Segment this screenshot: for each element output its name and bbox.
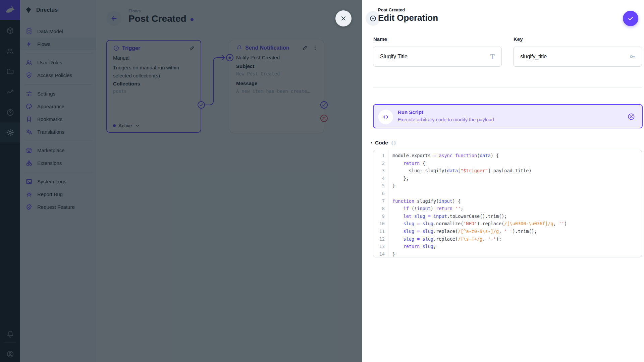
remove-operation-type-button[interactable]	[627, 113, 635, 121]
line-number: 10	[373, 220, 388, 228]
line-number: 8	[373, 205, 388, 213]
edit-operation-drawer: Post Created Edit Operation Name T Key	[362, 0, 644, 362]
drawer-title: Edit Operation	[378, 13, 438, 23]
code-line: module.exports = async function(data) {	[392, 152, 642, 160]
code-field-header: Code {}	[371, 140, 396, 146]
save-button[interactable]	[623, 11, 638, 26]
edited-dot	[371, 142, 372, 143]
circle-bolt-icon	[369, 15, 377, 22]
check-icon	[627, 15, 634, 22]
banner-subtitle: Execute arbitrary code to modify the pay…	[398, 117, 494, 122]
code-content: module.exports = async function(data) { …	[388, 150, 642, 257]
code-brackets-icon	[378, 110, 393, 124]
line-number: 13	[373, 243, 388, 250]
key-input[interactable]	[513, 47, 642, 67]
code-gutter: 1234567891011121314	[373, 150, 388, 257]
close-drawer-button[interactable]	[335, 10, 352, 26]
line-number: 4	[373, 175, 388, 182]
code-line: function slugify(input) {	[392, 197, 642, 205]
name-field-label: Name	[373, 36, 387, 42]
code-line: slug: slugify(data["$trigger"].payload.t…	[392, 167, 642, 175]
code-editor[interactable]: 1234567891011121314 module.exports = asy…	[373, 150, 642, 257]
run-script-banner: Run Script Execute arbitrary code to mod…	[373, 104, 643, 128]
name-field: Name T	[373, 47, 502, 67]
line-number: 6	[373, 190, 388, 197]
line-number: 5	[373, 182, 388, 190]
directus-app: Directus Data ModelFlowsUser RolesAccess…	[0, 0, 644, 362]
line-number: 14	[373, 250, 388, 257]
line-number: 3	[373, 167, 388, 175]
key-field-label: Key	[514, 36, 523, 42]
title-icon: T	[488, 53, 496, 61]
line-number: 9	[373, 213, 388, 220]
drawer-breadcrumb: Post Created	[378, 7, 405, 12]
modal-overlay[interactable]	[0, 0, 362, 362]
code-line: };	[392, 175, 642, 182]
code-line: return {	[392, 160, 642, 167]
line-number: 2	[373, 160, 388, 167]
braces-icon: {}	[391, 140, 396, 145]
line-number: 7	[373, 197, 388, 205]
banner-title: Run Script	[398, 109, 423, 115]
code-line	[392, 190, 642, 197]
close-icon	[340, 15, 347, 22]
code-line: return slug;	[392, 243, 642, 250]
code-line: }	[392, 182, 642, 190]
code-line: if (!input) return '';	[392, 205, 642, 213]
key-icon	[629, 53, 637, 61]
code-line: slug = slug.normalize('NFD').replace(/[\…	[392, 220, 642, 228]
code-line: slug = slug.replace(/[^a-z0-9\s-]/g, ' '…	[392, 228, 642, 235]
code-line: slug = slug.replace(/[\s-]+/g, '-');	[392, 235, 642, 243]
code-line: }	[392, 250, 642, 257]
drawer-divider	[373, 87, 642, 88]
key-field: Key	[513, 47, 642, 67]
name-input[interactable]	[373, 47, 502, 67]
code-field-label: Code	[375, 140, 388, 146]
line-number: 1	[373, 152, 388, 160]
line-number: 11	[373, 228, 388, 235]
code-line: let slug = input.toLowerCase().trim();	[392, 213, 642, 220]
line-number: 12	[373, 235, 388, 243]
